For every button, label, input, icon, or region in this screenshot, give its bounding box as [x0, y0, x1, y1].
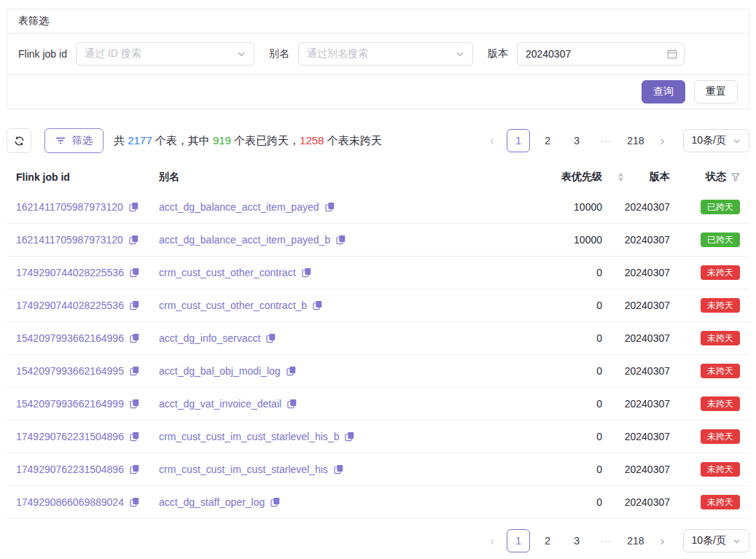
filter-button-label: 筛选 — [72, 134, 93, 147]
pager-next-button[interactable]: › — [654, 529, 671, 552]
pager-ellipsis: ··· — [594, 129, 617, 152]
field-version: 版本 — [488, 42, 685, 66]
copy-icon[interactable] — [130, 333, 139, 343]
priority-value: 0 — [528, 300, 608, 311]
copy-icon[interactable] — [287, 399, 297, 409]
copy-icon[interactable] — [130, 464, 139, 474]
version-value: 20240307 — [608, 431, 670, 442]
job-id-link[interactable]: 1621411705987973120 — [16, 234, 123, 246]
alias-link[interactable]: acct_dg_staff_oper_log — [159, 496, 265, 508]
pager-page-1[interactable]: 1 — [507, 529, 530, 552]
job-id-link[interactable]: 1542097993662164996 — [16, 332, 124, 344]
version-value: 20240307 — [608, 267, 670, 278]
alias-link[interactable]: acct_dg_balance_acct_item_payed_b — [159, 234, 330, 246]
pager-page-3[interactable]: 3 — [565, 529, 588, 552]
priority-value: 0 — [528, 267, 608, 278]
version-date-picker — [517, 42, 685, 66]
copy-icon[interactable] — [345, 431, 354, 442]
pager-prev-button[interactable]: ‹ — [483, 529, 501, 552]
copy-icon[interactable] — [129, 235, 139, 245]
priority-value: 0 — [528, 332, 608, 344]
job-id-link[interactable]: 1621411705987973120 — [16, 201, 123, 213]
copy-icon[interactable] — [130, 399, 139, 409]
sort-icon[interactable] — [617, 173, 624, 182]
copy-icon[interactable] — [287, 366, 296, 376]
pager-ellipsis: ··· — [594, 529, 617, 552]
refresh-button[interactable] — [7, 128, 31, 153]
pager: ‹123···218› — [483, 529, 671, 552]
alias-link[interactable]: acct_dg_balance_acct_item_payed — [159, 201, 319, 213]
table-row: 1749290866069889024acct_dg_staff_oper_lo… — [7, 486, 749, 519]
table-row: 1749290744028225536crm_cust_cust_other_c… — [7, 289, 749, 322]
job-id-link[interactable]: 1542097993662164995 — [16, 365, 124, 377]
status-badge: 已跨天 — [701, 232, 740, 247]
alias-link[interactable]: acct_dg_info_servacct — [159, 332, 260, 344]
copy-icon[interactable] — [130, 497, 139, 507]
priority-value: 0 — [528, 431, 608, 442]
copy-icon[interactable] — [130, 267, 139, 278]
priority-value: 0 — [528, 398, 608, 410]
job-id-link[interactable]: 1749290866069889024 — [16, 496, 124, 508]
job-id-link[interactable]: 1542097993662164999 — [16, 398, 124, 410]
pager-page-218[interactable]: 218 — [623, 529, 647, 552]
table-body: 1621411705987973120acct_dg_balance_acct_… — [7, 191, 749, 519]
job-id-link[interactable]: 1749290762231504896 — [16, 431, 124, 442]
query-button[interactable]: 查询 — [642, 80, 685, 103]
copy-icon[interactable] — [130, 300, 139, 310]
status-badge: 未跨天 — [701, 429, 740, 444]
page-size-value: 10条/页 — [692, 534, 726, 547]
table-row: 1621411705987973120acct_dg_balance_acct_… — [7, 224, 749, 257]
copy-icon[interactable] — [270, 497, 280, 507]
pager: ‹123···218› — [483, 129, 671, 152]
pager-page-218[interactable]: 218 — [623, 129, 647, 152]
copy-icon[interactable] — [130, 366, 139, 376]
copy-icon[interactable] — [266, 333, 276, 343]
version-value: 20240307 — [608, 496, 670, 508]
job-id-link[interactable]: 1749290744028225536 — [16, 300, 124, 311]
copy-icon[interactable] — [325, 202, 335, 212]
alias-link[interactable]: acct_dg_bal_obj_modi_log — [159, 365, 281, 377]
alias-link[interactable]: crm_cust_cust_other_contract — [159, 267, 296, 278]
filter-button[interactable]: 筛选 — [44, 128, 104, 153]
copy-icon[interactable] — [313, 300, 322, 310]
alias-link[interactable]: crm_cust_cust_im_cust_starlevel_his — [159, 464, 328, 475]
flink-job-id-select[interactable]: 通过 ID 搜索 — [76, 42, 254, 66]
job-id-link[interactable]: 1749290762231504896 — [16, 464, 124, 475]
job-id-link[interactable]: 1749290744028225536 — [16, 267, 124, 278]
priority-value: 0 — [528, 365, 608, 377]
status-badge: 已跨天 — [701, 200, 740, 214]
filter-funnel-icon[interactable] — [731, 173, 740, 181]
pager-page-3[interactable]: 3 — [565, 129, 588, 152]
refresh-icon — [14, 136, 25, 146]
pager-next-button[interactable]: › — [654, 129, 671, 152]
alias-link[interactable]: crm_cust_cust_im_cust_starlevel_his_b — [159, 431, 339, 442]
version-value: 20240307 — [608, 201, 670, 213]
version-input[interactable] — [517, 42, 685, 66]
alias-select[interactable]: 通过别名搜索 — [298, 42, 473, 66]
copy-icon[interactable] — [336, 235, 346, 245]
alias-link[interactable]: acct_dg_vat_invoice_detail — [159, 398, 281, 410]
table-row: 1542097993662164996acct_dg_info_servacct… — [7, 322, 749, 355]
header-flink-job-id: Flink job id — [16, 171, 159, 183]
header-priority-label: 表优先级 — [561, 171, 602, 184]
pager-page-1[interactable]: 1 — [507, 129, 530, 152]
version-value: 20240307 — [608, 300, 670, 311]
summary-part: 共 — [114, 134, 128, 146]
page-size-select[interactable]: 10条/页 — [683, 129, 749, 152]
copy-icon[interactable] — [129, 202, 139, 212]
calendar-icon — [667, 49, 677, 59]
header-status-label: 状态 — [706, 171, 726, 184]
table-row: 1749290762231504896crm_cust_cust_im_cust… — [7, 421, 749, 453]
pager-page-2[interactable]: 2 — [536, 129, 559, 152]
copy-icon[interactable] — [130, 431, 139, 442]
page-size-select[interactable]: 10条/页 — [683, 529, 749, 552]
summary-part: 个表已跨天， — [231, 134, 300, 146]
pager-prev-button[interactable]: ‹ — [483, 129, 501, 152]
reset-button[interactable]: 重置 — [694, 80, 738, 103]
table-toolbar: 筛选 共 2177 个表，其中 919 个表已跨天，1258 个表未跨天 ‹12… — [7, 128, 749, 153]
copy-icon[interactable] — [302, 267, 311, 278]
pager-page-2[interactable]: 2 — [536, 529, 559, 552]
alias-link[interactable]: crm_cust_cust_other_contract_b — [159, 300, 307, 311]
copy-icon[interactable] — [334, 464, 343, 474]
priority-value: 10000 — [528, 234, 608, 246]
